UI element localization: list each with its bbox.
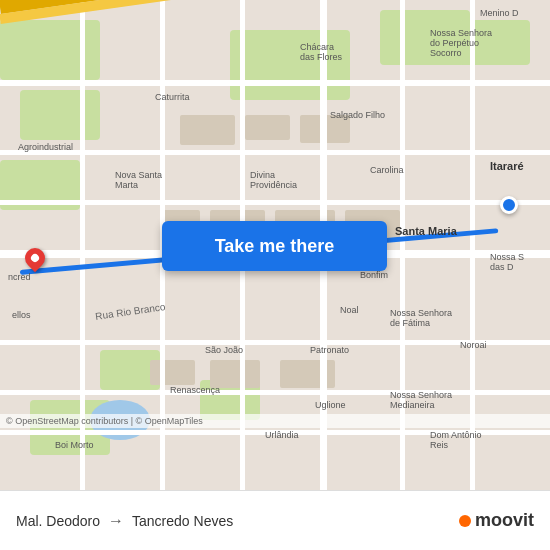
city-block bbox=[180, 115, 235, 145]
map-label-meninod: Menino D bbox=[480, 8, 519, 18]
map-container[interactable]: Rua Rio Branco Caturrita Agroindustrial … bbox=[0, 0, 550, 490]
route-to: Tancredo Neves bbox=[132, 513, 233, 529]
moovit-dot-icon bbox=[459, 515, 471, 527]
map-label-noal: Noal bbox=[340, 305, 359, 315]
city-block bbox=[210, 360, 260, 388]
destination-marker bbox=[500, 196, 518, 214]
map-attribution: © OpenStreetMap contributors | © OpenMap… bbox=[0, 414, 550, 428]
green-area bbox=[380, 10, 470, 65]
map-label-ellos: ellos bbox=[12, 310, 31, 320]
moovit-logo: moovit bbox=[459, 510, 534, 531]
origin-marker bbox=[25, 248, 45, 274]
road-label: Rua Rio Branco bbox=[95, 301, 166, 322]
route-from: Mal. Deodoro bbox=[16, 513, 100, 529]
take-me-there-button[interactable]: Take me there bbox=[162, 221, 387, 271]
green-area bbox=[20, 90, 100, 140]
map-label-patronato: Patronato bbox=[310, 345, 349, 355]
map-label-carolina: Carolina bbox=[370, 165, 404, 175]
bottom-bar: Mal. Deodoro → Tancredo Neves moovit bbox=[0, 490, 550, 550]
route-arrow: → bbox=[108, 512, 124, 530]
map-label-itarare: Itararé bbox=[490, 160, 524, 172]
moovit-logo-text: moovit bbox=[475, 510, 534, 531]
app: Rua Rio Branco Caturrita Agroindustrial … bbox=[0, 0, 550, 550]
origin-marker-inner bbox=[29, 252, 40, 263]
map-label-divinaprovidencia: DivinaProvidência bbox=[250, 170, 297, 190]
green-area bbox=[230, 30, 350, 100]
green-area bbox=[0, 20, 100, 80]
city-block bbox=[150, 360, 195, 385]
city-block bbox=[245, 115, 290, 140]
map-label-saojoao: São João bbox=[205, 345, 243, 355]
origin-marker-circle bbox=[21, 244, 49, 272]
map-label-novasantamarta: Nova SantaMarta bbox=[115, 170, 162, 190]
map-label-bonfim: Bonfim bbox=[360, 270, 388, 280]
